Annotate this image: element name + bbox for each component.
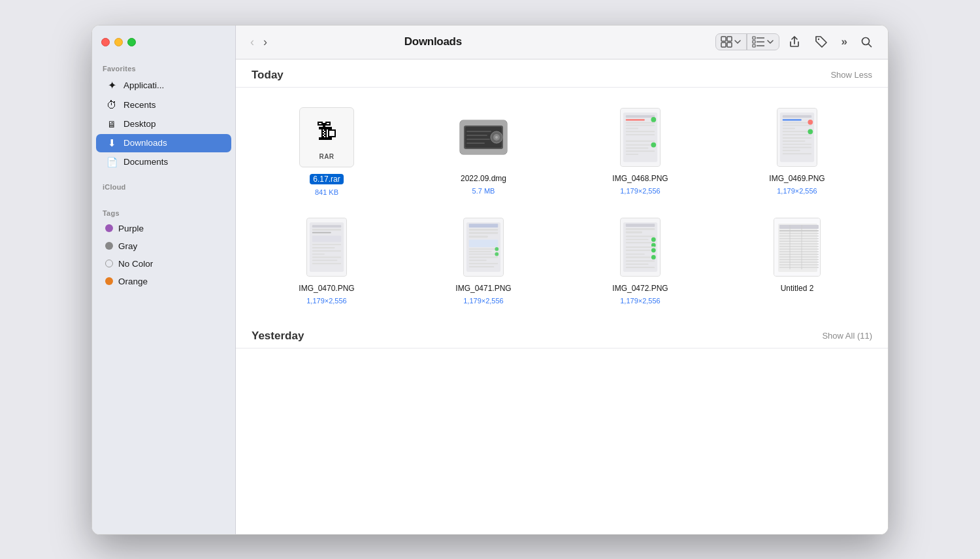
main-content-area: ‹ › Downloads: [236, 25, 888, 534]
list-view-button[interactable]: [747, 34, 779, 50]
purple-dot: [105, 224, 113, 232]
sidebar-item-label: Applicati...: [123, 80, 164, 90]
sidebar-tag-no-color[interactable]: No Color: [96, 256, 231, 272]
svg-rect-91: [626, 231, 642, 233]
file-item-untitled2[interactable]: Untitled 2: [722, 208, 872, 310]
svg-rect-36: [626, 144, 655, 145]
back-button[interactable]: ‹: [246, 33, 258, 52]
svg-rect-122: [779, 264, 819, 265]
tag-label: Orange: [118, 277, 148, 286]
file-thumbnail: [451, 214, 516, 280]
svg-rect-1: [727, 37, 732, 41]
dmg-icon: [456, 110, 511, 165]
finder-window: Favorites ✦ Applicati... ⏱ Recents 🖥 Des…: [91, 25, 889, 535]
svg-rect-92: [626, 235, 655, 237]
gray-dot: [105, 242, 113, 250]
file-thumbnail: [608, 105, 673, 170]
png-icon: [463, 218, 504, 277]
svg-rect-100: [626, 253, 645, 254]
svg-rect-118: [779, 254, 819, 255]
sidebar-tag-purple[interactable]: Purple: [96, 220, 231, 237]
toolbar: ‹ › Downloads: [236, 25, 888, 59]
applications-icon: ✦: [105, 79, 118, 92]
svg-rect-84: [469, 260, 487, 261]
svg-rect-20: [466, 131, 491, 132]
svg-rect-6: [753, 44, 755, 47]
svg-rect-48: [783, 131, 812, 132]
share-button[interactable]: [783, 33, 806, 51]
svg-rect-111: [779, 235, 819, 237]
svg-rect-98: [626, 249, 655, 250]
sidebar-item-desktop[interactable]: 🖥 Desktop: [96, 116, 231, 133]
sidebar-item-label: Documents: [123, 157, 168, 167]
more-button[interactable]: »: [837, 33, 851, 51]
file-name: 6.17.rar: [310, 174, 343, 184]
svg-rect-60: [312, 225, 342, 228]
tag-label: No Color: [118, 259, 153, 269]
svg-rect-79: [469, 250, 492, 252]
file-item-img0469[interactable]: IMG_0469.PNG 1,179×2,556: [722, 98, 872, 201]
svg-rect-34: [626, 140, 655, 141]
svg-rect-117: [779, 251, 819, 252]
file-item-img0471[interactable]: IMG_0471.PNG 1,179×2,556: [408, 208, 559, 310]
sidebar-tag-orange[interactable]: Orange: [96, 273, 231, 290]
svg-point-51: [808, 129, 813, 134]
sidebar-item-label: Desktop: [123, 119, 156, 129]
svg-rect-86: [469, 266, 495, 267]
svg-point-81: [495, 247, 498, 251]
sidebar-item-downloads[interactable]: ⬇ Downloads: [96, 134, 231, 152]
file-meta: 1,179×2,556: [620, 297, 660, 305]
svg-rect-119: [779, 256, 819, 258]
file-item-img0468[interactable]: IMG_0468.PNG 1,179×2,556: [565, 98, 715, 201]
svg-rect-115: [779, 246, 819, 247]
file-thumbnail: [608, 214, 673, 280]
forward-button[interactable]: ›: [259, 33, 271, 52]
close-button[interactable]: [101, 38, 110, 46]
svg-rect-105: [626, 267, 655, 268]
svg-rect-97: [626, 246, 655, 248]
file-thumbnail: [294, 214, 359, 280]
minimize-button[interactable]: [114, 38, 123, 46]
svg-rect-43: [783, 115, 812, 118]
file-item-img0470[interactable]: IMG_0470.PNG 1,179×2,556: [252, 208, 402, 310]
file-browser-content: Today Show Less 🗜 RAR 6.17.rar 841 KB: [236, 59, 888, 534]
grid-view-button[interactable]: [716, 34, 747, 50]
file-thumbnail: [764, 214, 830, 280]
svg-rect-39: [626, 154, 638, 155]
svg-rect-94: [626, 242, 655, 243]
sidebar-item-documents[interactable]: 📄 Documents: [96, 154, 231, 171]
maximize-button[interactable]: [127, 38, 136, 46]
sidebar-item-recents[interactable]: ⏱ Recents: [96, 96, 231, 114]
today-section-header: Today Show Less: [236, 59, 888, 88]
today-label: Today: [252, 69, 284, 82]
svg-rect-61: [312, 228, 342, 230]
svg-rect-57: [783, 153, 812, 154]
sidebar-tag-gray[interactable]: Gray: [96, 238, 231, 254]
svg-point-95: [651, 237, 656, 242]
svg-rect-121: [779, 262, 819, 263]
file-name: IMG_0470.PNG: [299, 284, 354, 293]
file-item-img0472[interactable]: IMG_0472.PNG 1,179×2,556: [565, 208, 715, 310]
orange-dot: [105, 277, 113, 285]
yesterday-section-header: Yesterday Show All (11): [236, 320, 888, 348]
svg-rect-37: [626, 147, 649, 148]
doc-icon: [774, 218, 821, 277]
svg-rect-67: [312, 253, 325, 254]
traffic-lights-area: [92, 25, 236, 59]
show-all-button[interactable]: Show All (11): [822, 331, 872, 341]
file-item-dmg[interactable]: 2022.09.dmg 5.7 MB: [408, 98, 559, 201]
svg-rect-110: [779, 233, 819, 234]
svg-rect-55: [783, 146, 812, 148]
svg-rect-56: [783, 150, 800, 151]
svg-rect-5: [753, 41, 755, 43]
show-less-button[interactable]: Show Less: [830, 70, 872, 80]
tag-button[interactable]: [809, 32, 833, 52]
today-file-grid: 🗜 RAR 6.17.rar 841 KB: [236, 88, 888, 320]
svg-rect-22: [466, 139, 490, 140]
svg-rect-69: [312, 260, 338, 261]
svg-rect-53: [783, 140, 806, 141]
file-item-rar[interactable]: 🗜 RAR 6.17.rar 841 KB: [252, 98, 402, 201]
sidebar-item-applications[interactable]: ✦ Applicati...: [96, 76, 231, 95]
search-button[interactable]: [855, 33, 877, 51]
svg-rect-113: [779, 241, 819, 242]
